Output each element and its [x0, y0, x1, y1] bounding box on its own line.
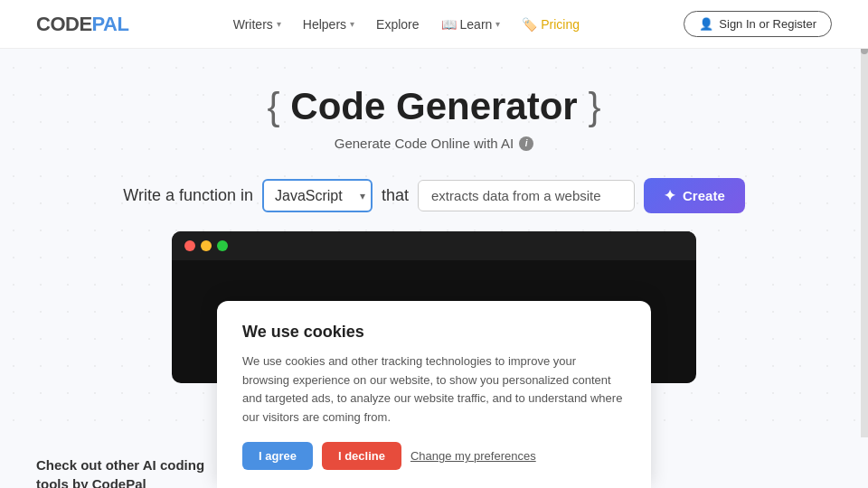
function-label: Write a function in [123, 186, 253, 205]
user-icon: 👤 [699, 17, 713, 31]
nav-links: Writers ▾ Helpers ▾ Explore 📖 Learn ▾ � [233, 17, 580, 32]
nav-label-explore: Explore [376, 17, 419, 32]
subtitle: Generate Code Online with AI i [18, 136, 850, 151]
cookie-title: We use cookies [242, 323, 626, 342]
dot-yellow [201, 240, 212, 251]
create-button[interactable]: ✦ Create [644, 178, 745, 213]
nav-link-writers[interactable]: Writers ▾ [233, 17, 281, 32]
cookie-buttons: I agree I decline Change my preferences [242, 442, 626, 470]
nav-item-pricing[interactable]: 🏷️ Pricing [522, 17, 580, 32]
footer-blurb-text: Check out other AI coding tools by CodeP… [36, 455, 217, 488]
logo-pal: PAL [92, 13, 129, 35]
cookie-preferences-button[interactable]: Change my preferences [410, 449, 536, 463]
code-output-header [172, 231, 696, 260]
chevron-down-icon: ▾ [350, 19, 354, 29]
language-select-wrapper: JavaScript Python TypeScript Java C++ C#… [262, 179, 373, 212]
brace-close: } [588, 85, 600, 127]
nav-link-learn[interactable]: 📖 Learn ▾ [441, 17, 501, 32]
signin-label: Sign In or Register [719, 17, 816, 31]
cookie-text: We use cookies and other tracking techno… [242, 352, 626, 427]
brace-open: { [268, 85, 280, 127]
signin-button[interactable]: 👤 Sign In or Register [684, 11, 832, 37]
chevron-down-icon: ▾ [495, 19, 500, 29]
nav-label-learn: Learn [460, 17, 493, 32]
logo-text: CODE [36, 13, 92, 35]
function-row: Write a function in JavaScript Python Ty… [18, 178, 850, 213]
cookie-decline-button[interactable]: I decline [322, 442, 401, 470]
that-label: that [382, 186, 409, 205]
nav-item-writers[interactable]: Writers ▾ [233, 17, 281, 32]
cookie-banner: We use cookies We use cookies and other … [217, 301, 651, 488]
book-icon: 📖 [441, 17, 457, 32]
create-label: Create [683, 188, 725, 203]
sparkle-icon: ✦ [664, 187, 675, 204]
nav-item-helpers[interactable]: Helpers ▾ [303, 17, 354, 32]
nav-label-writers: Writers [233, 17, 273, 32]
chevron-down-icon: ▾ [277, 19, 281, 29]
nav-item-learn[interactable]: 📖 Learn ▾ [441, 17, 501, 32]
title-text: Code Generator [290, 85, 577, 127]
cookie-agree-button[interactable]: I agree [242, 442, 313, 470]
info-icon[interactable]: i [519, 136, 533, 151]
nav-item-explore[interactable]: Explore [376, 17, 419, 32]
page-title: { Code Generator } [18, 85, 850, 128]
nav-link-explore[interactable]: Explore [376, 17, 419, 32]
language-select[interactable]: JavaScript Python TypeScript Java C++ C#… [262, 179, 373, 212]
nav-link-helpers[interactable]: Helpers ▾ [303, 17, 354, 32]
footer-col-blurb: Check out other AI coding tools by CodeP… [36, 455, 217, 488]
pricing-label: 🏷️ Pricing [522, 17, 580, 32]
navbar: CODEPAL Writers ▾ Helpers ▾ Explore 📖 Le… [0, 0, 868, 49]
logo[interactable]: CODEPAL [36, 13, 128, 36]
nav-link-pricing[interactable]: 🏷️ Pricing [522, 17, 580, 32]
dot-green [217, 240, 228, 251]
nav-label-helpers: Helpers [303, 17, 346, 32]
description-input[interactable] [418, 180, 635, 211]
dot-red [184, 240, 195, 251]
subtitle-text: Generate Code Online with AI [335, 136, 514, 151]
